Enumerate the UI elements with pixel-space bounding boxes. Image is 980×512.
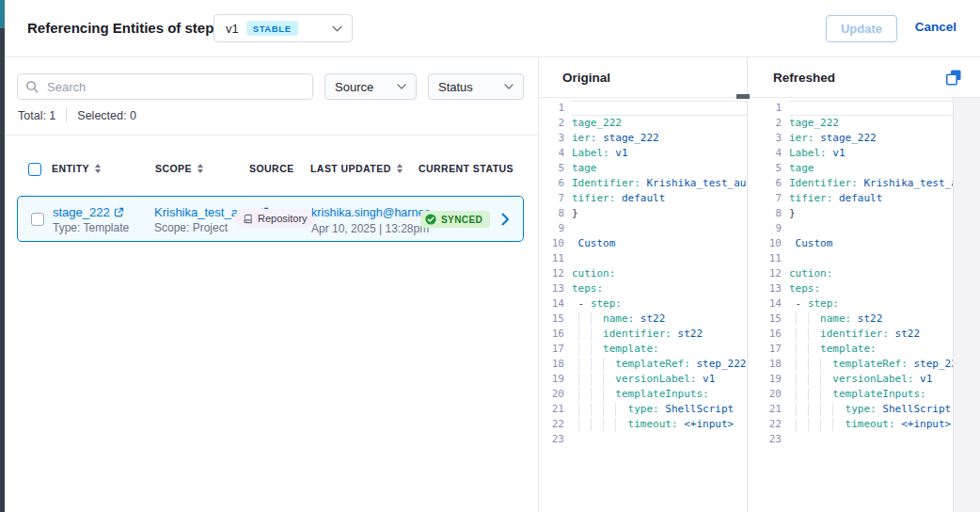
code-line: 23 <box>748 432 953 447</box>
code-text <box>789 432 953 447</box>
code-line: 4Label: v1 <box>539 146 747 161</box>
refreshed-title: Refreshed <box>773 71 835 85</box>
indent-guide <box>796 418 797 431</box>
source-filter-dropdown[interactable]: Source <box>324 73 417 100</box>
code-line: 3ier: stage_222 <box>748 131 953 146</box>
code-line: 19 versionLabel: v1 <box>748 372 953 387</box>
referencing-entities-modal: Referencing Entities of step_222 v1 STAB… <box>5 0 980 512</box>
synced-check-icon <box>425 214 436 225</box>
column-label: CURRENT STATUS <box>419 163 514 174</box>
status-badge: SYNCED <box>420 211 490 228</box>
diff-header: Original Refreshed <box>539 57 980 98</box>
code-line: 13teps: <box>748 281 953 296</box>
column-header-entity[interactable]: ENTITY <box>52 163 101 174</box>
external-link-icon[interactable] <box>114 207 124 217</box>
code-text: tage_222 <box>789 116 953 131</box>
sort-icon[interactable] <box>397 164 403 173</box>
indent-guide <box>591 343 592 356</box>
code-text: teps: <box>789 281 953 296</box>
code-line: 10 Custom <box>539 236 747 251</box>
row-checkbox[interactable] <box>31 213 44 226</box>
line-number: 7 <box>748 191 789 206</box>
column-label: SOURCE <box>249 163 294 174</box>
column-label: ENTITY <box>52 163 89 174</box>
sort-icon[interactable] <box>198 164 203 173</box>
indent-guide <box>578 312 579 326</box>
indent-guide <box>820 358 821 371</box>
indent-guide <box>808 328 809 341</box>
line-number: 7 <box>539 191 572 206</box>
code-text: ier: stage_222 <box>789 131 953 146</box>
indent-guide <box>603 403 604 416</box>
overview-ruler[interactable] <box>953 98 980 512</box>
code-line: 4Label: v1 <box>748 146 953 161</box>
column-header-scope[interactable]: SCOPE <box>155 163 203 174</box>
indent-guide <box>808 418 809 431</box>
code-text: name: st22 <box>789 312 953 327</box>
line-number: 5 <box>748 161 789 176</box>
column-header-last-updated[interactable]: LAST UPDATED <box>310 163 403 174</box>
indent-guide <box>578 328 579 341</box>
code-line: 22 timeout: <+input> <box>539 417 747 432</box>
indent-guide <box>578 343 579 356</box>
sort-icon[interactable] <box>95 164 101 173</box>
search-input[interactable] <box>45 79 305 95</box>
line-number: 1 <box>539 101 572 116</box>
code-line: 9 <box>539 221 747 236</box>
code-text: templateRef: step_222 <box>789 357 953 372</box>
line-number: 3 <box>539 131 572 146</box>
line-number: 9 <box>748 221 789 236</box>
indent-guide <box>796 343 797 356</box>
indent-guide <box>578 403 579 416</box>
select-all-checkbox[interactable] <box>28 163 41 176</box>
original-code-pane[interactable]: 12tage_2223ier: stage_2224Label: v15tage… <box>539 98 747 512</box>
code-line: 16 identifier: st22 <box>748 327 953 342</box>
code-text: Identifier: Krishika_test_aut <box>572 176 747 191</box>
diff-panes: 12tage_2223ier: stage_2224Label: v15tage… <box>539 98 980 512</box>
code-text: versionLabel: v1 <box>572 372 747 387</box>
selected-count: Selected: 0 <box>77 109 136 122</box>
cancel-button[interactable]: Cancel <box>915 20 956 34</box>
indent-guide <box>808 343 809 356</box>
copy-icon[interactable] <box>945 69 962 86</box>
update-button[interactable]: Update <box>826 15 897 42</box>
row-expand-chevron-icon[interactable] <box>501 213 510 226</box>
entity-link[interactable]: stage_222 <box>53 204 124 220</box>
status-filter-label: Status <box>438 80 473 94</box>
refreshed-code-pane[interactable]: 12tage_2223ier: stage_2224Label: v15tage… <box>748 98 953 512</box>
code-line: 8} <box>748 206 953 221</box>
code-text: name: st22 <box>572 312 747 327</box>
code-line: 20 templateInputs: <box>539 387 747 402</box>
code-line: 13teps: <box>539 281 747 296</box>
line-number: 3 <box>748 131 789 146</box>
code-line: 10 Custom <box>748 236 953 251</box>
indent-guide <box>796 373 797 386</box>
column-label: LAST UPDATED <box>310 163 391 174</box>
line-number: 22 <box>748 417 789 432</box>
code-line: 22 timeout: <+input> <box>748 417 953 432</box>
line-number: 6 <box>539 176 572 191</box>
version-dropdown[interactable]: v1 STABLE <box>213 14 353 42</box>
code-line: 21 type: ShellScript <box>748 402 953 417</box>
line-number: 18 <box>539 357 572 372</box>
code-text: Label: v1 <box>572 146 747 161</box>
indent-guide <box>591 373 592 386</box>
code-text: } <box>572 206 747 221</box>
table-row[interactable]: stage_222 Type: Template Krishika_test_a… <box>17 196 524 242</box>
search-box[interactable] <box>17 73 313 100</box>
code-text: identifier: st22 <box>572 327 747 342</box>
indent-guide <box>603 388 604 401</box>
status-filter-dropdown[interactable]: Status <box>428 73 524 100</box>
indent-guide <box>820 418 821 431</box>
indent-guide <box>591 388 592 401</box>
repository-icon <box>243 214 253 224</box>
code-text: template: <box>789 342 953 357</box>
code-line: 1 <box>748 101 953 116</box>
code-line: 19 versionLabel: v1 <box>539 372 747 387</box>
indent-guide <box>591 403 592 416</box>
indent-guide <box>832 403 833 416</box>
code-line: 18 templateRef: step_222 <box>748 357 953 372</box>
code-text: Identifier: Krishika_test_aut <box>789 176 953 191</box>
indent-guide <box>808 312 809 326</box>
code-text: type: ShellScript <box>572 402 747 417</box>
